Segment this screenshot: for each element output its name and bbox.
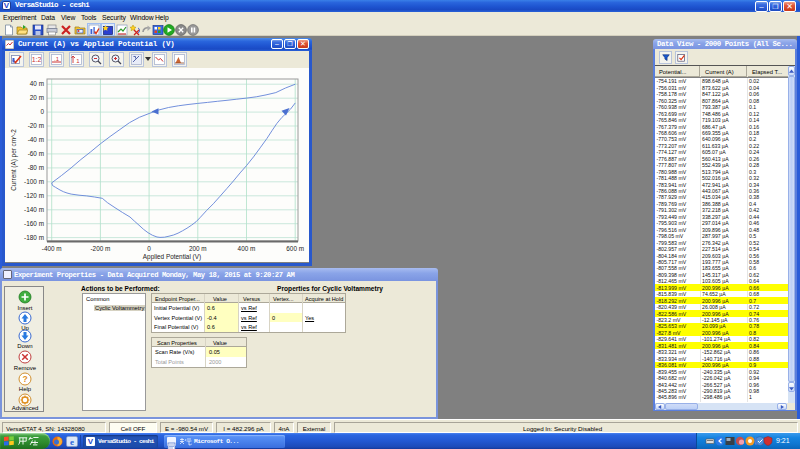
svg-text:-180 m: -180 m (24, 234, 44, 241)
svg-text:0: 0 (40, 108, 44, 115)
svg-text:-120 m: -120 m (24, 192, 44, 199)
svg-text:-160 m: -160 m (24, 220, 44, 227)
svg-text:-400 m: -400 m (42, 245, 62, 252)
svg-text:20 m: 20 m (30, 94, 44, 101)
svg-text:-200 m: -200 m (90, 245, 110, 252)
svg-text:-60 m: -60 m (28, 150, 44, 157)
svg-text:400 m: 400 m (238, 245, 256, 252)
svg-text:?: ? (22, 374, 27, 384)
svg-text:.1: .1 (54, 56, 60, 62)
svg-text:Applied Potential (V): Applied Potential (V) (143, 253, 201, 261)
svg-text:200 m: 200 m (189, 245, 207, 252)
svg-text:-20 m: -20 m (28, 122, 44, 129)
svg-text:0: 0 (147, 245, 151, 252)
svg-text:-140 m: -140 m (24, 206, 44, 213)
svg-text:-100 m: -100 m (24, 178, 44, 185)
svg-text:-80 m: -80 m (28, 164, 44, 171)
svg-text:e: e (70, 437, 74, 447)
svg-text:-40 m: -40 m (28, 136, 44, 143)
svg-text:600 m: 600 m (286, 245, 304, 252)
svg-text:1:2: 1:2 (32, 56, 42, 63)
svg-text:40 m: 40 m (30, 80, 44, 87)
svg-text:Current (A) per cm^-2: Current (A) per cm^-2 (10, 129, 18, 191)
